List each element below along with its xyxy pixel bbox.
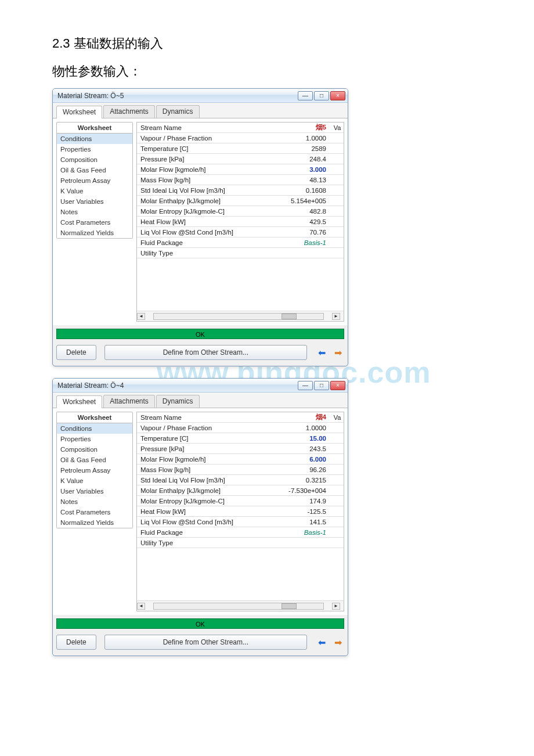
material-stream-window-2: Material Stream: Ö~4 — □ × Worksheet Att… xyxy=(52,378,348,656)
grid-value[interactable]: 1.0000 xyxy=(251,135,331,142)
side-item-conditions[interactable]: Conditions xyxy=(57,423,132,434)
grid-value[interactable]: 5.154e+005 xyxy=(251,197,331,204)
grid-hscrollbar[interactable]: ◄► xyxy=(137,311,344,321)
side-item-petroleum[interactable]: Petroleum Assay xyxy=(57,175,132,186)
grid-value[interactable]: 482.8 xyxy=(251,208,331,215)
close-button[interactable]: × xyxy=(330,91,345,100)
side-item-oilgasfeed[interactable]: Oil & Gas Feed xyxy=(57,455,132,465)
delete-button[interactable]: Delete xyxy=(56,635,96,650)
grid-value[interactable]: 248.4 xyxy=(251,156,331,163)
grid-value[interactable]: 141.5 xyxy=(251,519,331,525)
property-grid: Stream Name烟5VaVapour / Phase Fraction1.… xyxy=(136,122,344,322)
side-item-normyields[interactable]: Normalized Yields xyxy=(57,517,132,528)
grid-value[interactable]: 6.000 xyxy=(251,456,331,463)
grid-row: Pressure [kPa]243.5 xyxy=(137,444,344,454)
nav-prev-icon[interactable]: ⬅ xyxy=(315,636,328,648)
scroll-right-icon[interactable]: ► xyxy=(332,313,340,320)
side-item-costparams[interactable]: Cost Parameters xyxy=(57,507,132,517)
tab-attachments[interactable]: Attachments xyxy=(103,105,155,118)
grid-key: Heat Flow [kW] xyxy=(137,218,251,225)
titlebar: Material Stream: Ö~4 — □ × xyxy=(53,379,348,393)
scroll-track[interactable] xyxy=(153,603,324,610)
side-item-composition[interactable]: Composition xyxy=(57,444,132,455)
grid-key: Temperature [C] xyxy=(137,145,251,152)
side-item-notes[interactable]: Notes xyxy=(57,496,132,507)
side-item-oilgasfeed[interactable]: Oil & Gas Feed xyxy=(57,165,132,175)
tab-dynamics[interactable]: Dynamics xyxy=(156,105,200,118)
grid-key: Temperature [C] xyxy=(137,435,251,442)
grid-col2-header: Va xyxy=(331,414,344,421)
side-item-notes[interactable]: Notes xyxy=(57,207,132,217)
tabstrip: Worksheet Attachments Dynamics xyxy=(53,103,348,118)
status-ok-bar: OK xyxy=(56,329,344,339)
grid-key: Mass Flow [kg/h] xyxy=(137,466,251,473)
grid-key: Std Ideal Liq Vol Flow [m3/h] xyxy=(137,477,251,484)
grid-key: Heat Flow [kW] xyxy=(137,508,251,515)
nav-prev-icon[interactable]: ⬅ xyxy=(315,347,328,358)
grid-value[interactable]: 48.13 xyxy=(251,177,331,183)
close-button[interactable]: × xyxy=(330,381,345,390)
define-from-other-button[interactable]: Define from Other Stream... xyxy=(104,345,307,360)
grid-key: Molar Entropy [kJ/kgmole-C] xyxy=(137,498,251,505)
tab-attachments[interactable]: Attachments xyxy=(103,395,155,408)
window-footer: Delete Define from Other Stream... ⬅ ➡ xyxy=(53,339,348,366)
grid-value[interactable]: 174.9 xyxy=(251,498,331,505)
grid-empty-area xyxy=(137,258,344,311)
side-item-properties[interactable]: Properties xyxy=(57,434,132,444)
side-item-uservars[interactable]: User Variables xyxy=(57,486,132,496)
define-from-other-button[interactable]: Define from Other Stream... xyxy=(104,635,307,650)
side-panel: Worksheet Conditions Properties Composit… xyxy=(56,412,133,611)
grid-value-header[interactable]: 烟4 xyxy=(251,413,331,422)
grid-value[interactable]: 3.000 xyxy=(251,166,331,173)
grid-value[interactable]: 429.5 xyxy=(251,218,331,225)
grid-value[interactable]: 1.0000 xyxy=(251,424,331,431)
nav-next-icon[interactable]: ➡ xyxy=(331,636,344,648)
grid-value-header[interactable]: 烟5 xyxy=(251,123,331,132)
minimize-button[interactable]: — xyxy=(298,381,313,390)
delete-button[interactable]: Delete xyxy=(56,345,96,360)
grid-key: Liq Vol Flow @Std Cond [m3/h] xyxy=(137,519,251,525)
grid-header-row: Stream Name烟5Va xyxy=(137,123,344,133)
side-item-kvalue[interactable]: K Value xyxy=(57,476,132,486)
side-item-conditions[interactable]: Conditions xyxy=(57,134,132,144)
side-item-composition[interactable]: Composition xyxy=(57,154,132,165)
grid-value[interactable]: 96.26 xyxy=(251,466,331,473)
grid-row: Molar Flow [kgmole/h]6.000 xyxy=(137,454,344,465)
scroll-thumb[interactable] xyxy=(282,314,297,319)
grid-value[interactable]: -125.5 xyxy=(251,508,331,515)
window-body: Worksheet Conditions Properties Composit… xyxy=(53,118,348,325)
grid-hscrollbar[interactable]: ◄► xyxy=(137,600,344,611)
grid-row: Mass Flow [kg/h]48.13 xyxy=(137,175,344,185)
maximize-button[interactable]: □ xyxy=(314,91,329,100)
grid-value[interactable]: -7.530e+004 xyxy=(251,487,331,494)
side-item-costparams[interactable]: Cost Parameters xyxy=(57,217,132,228)
scroll-thumb[interactable] xyxy=(282,603,297,609)
tab-worksheet[interactable]: Worksheet xyxy=(56,106,102,118)
scroll-left-icon[interactable]: ◄ xyxy=(137,603,145,610)
grid-value[interactable]: 0.3215 xyxy=(251,477,331,484)
grid-value[interactable]: 243.5 xyxy=(251,445,331,452)
grid-value[interactable]: 2589 xyxy=(251,145,331,152)
side-item-properties[interactable]: Properties xyxy=(57,144,132,154)
grid-key: Std Ideal Liq Vol Flow [m3/h] xyxy=(137,187,251,194)
tab-worksheet[interactable]: Worksheet xyxy=(56,395,102,408)
scroll-left-icon[interactable]: ◄ xyxy=(137,313,145,320)
grid-value[interactable]: Basis-1 xyxy=(251,529,331,536)
grid-value[interactable]: 0.1608 xyxy=(251,187,331,194)
grid-col2-header: Va xyxy=(331,124,344,131)
window-title: Material Stream: Ö~5 xyxy=(57,92,124,100)
side-item-petroleum[interactable]: Petroleum Assay xyxy=(57,465,132,476)
grid-key: Molar Enthalpy [kJ/kgmole] xyxy=(137,197,251,204)
maximize-button[interactable]: □ xyxy=(314,381,329,390)
side-item-normyields[interactable]: Normalized Yields xyxy=(57,228,132,238)
scroll-right-icon[interactable]: ► xyxy=(332,603,340,610)
nav-next-icon[interactable]: ➡ xyxy=(331,347,344,358)
grid-value[interactable]: 70.76 xyxy=(251,229,331,236)
side-item-uservars[interactable]: User Variables xyxy=(57,196,132,207)
grid-value[interactable]: Basis-1 xyxy=(251,239,331,246)
minimize-button[interactable]: — xyxy=(298,91,313,100)
grid-value[interactable]: 15.00 xyxy=(251,435,331,442)
scroll-track[interactable] xyxy=(153,313,324,320)
side-item-kvalue[interactable]: K Value xyxy=(57,186,132,196)
tab-dynamics[interactable]: Dynamics xyxy=(156,395,200,408)
